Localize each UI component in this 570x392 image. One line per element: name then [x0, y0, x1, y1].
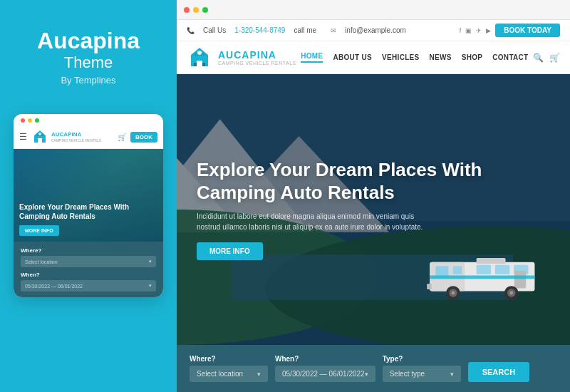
- social-icons: f ▣ ✈ ▶ BOOK TODAY: [460, 24, 560, 37]
- type-label: Type?: [383, 355, 461, 363]
- mobile-top-bar: [14, 114, 163, 125]
- nav-link-contact[interactable]: CONTACT: [492, 53, 528, 61]
- search-button[interactable]: SEARCH: [468, 362, 529, 382]
- info-call-me: call me: [294, 26, 316, 34]
- mobile-mockup: ☰ AUCAPINA CAMPING VEHICLE RENTALS 🛒 BOO…: [14, 114, 163, 297]
- mobile-when-select[interactable]: 05/30/2022 — 06/01/2022 ▾: [21, 280, 156, 292]
- nav-link-news[interactable]: NEWS: [430, 53, 452, 61]
- svg-rect-25: [514, 271, 526, 289]
- left-panel: Aucapina Theme By Templines ☰ AUCAPINA C…: [0, 0, 177, 392]
- search-icon[interactable]: 🔍: [533, 53, 544, 63]
- info-email: info@example.com: [345, 26, 406, 34]
- info-call-us: Call Us: [203, 26, 226, 34]
- desktop-logo-icon: [187, 45, 212, 71]
- mobile-nav-icons: 🛒 BOOK: [118, 132, 157, 143]
- mobile-logo-tagline: CAMPING VEHICLE RENTALS: [51, 138, 101, 143]
- desktop-logo-tagline: CAMPING VEHICLE RENTALS: [218, 61, 296, 66]
- hamburger-icon: ☰: [19, 132, 27, 142]
- nav-link-home[interactable]: HOME: [301, 52, 323, 63]
- desktop-nav: AUCAPINA CAMPING VEHICLE RENTALS HOME AB…: [177, 41, 570, 74]
- when-label: When?: [275, 355, 375, 363]
- where-placeholder: Select location: [197, 370, 243, 378]
- brand-title: Aucapina: [37, 29, 140, 53]
- mobile-where-select[interactable]: Select location ▾: [21, 256, 156, 267]
- when-arrow-icon: ▾: [365, 371, 368, 378]
- browser-green-dot: [202, 7, 208, 13]
- hero-title-text: Explore Your Dream Places With Camping A…: [197, 159, 482, 202]
- mobile-more-info-button[interactable]: MORE INFO: [19, 225, 59, 236]
- svg-rect-24: [477, 258, 506, 264]
- svg-rect-21: [477, 265, 491, 274]
- svg-rect-22: [495, 265, 509, 274]
- nav-right-icons: 🔍 🛒: [533, 53, 560, 63]
- svg-rect-7: [202, 63, 205, 66]
- logo-icon: [31, 128, 48, 145]
- type-arrow-icon: ▾: [450, 371, 454, 378]
- nav-link-shop[interactable]: SHOP: [462, 53, 483, 61]
- svg-rect-19: [435, 266, 448, 277]
- mobile-nav: ☰ AUCAPINA CAMPING VEHICLE RENTALS 🛒 BOO…: [14, 125, 163, 149]
- cart-icon[interactable]: 🛒: [549, 53, 560, 63]
- brand-by: By Templines: [61, 75, 115, 86]
- desktop-hero-desc: Incididunt ut labore eut dolore magna al…: [197, 211, 425, 232]
- svg-rect-26: [430, 275, 534, 279]
- nav-link-vehicles[interactable]: VEHICLES: [382, 53, 419, 61]
- mobile-book-button[interactable]: BOOK: [130, 132, 157, 143]
- cart-icon: 🛒: [118, 133, 126, 141]
- where-field: Where? Select location ▾: [190, 355, 268, 382]
- type-placeholder: Select type: [390, 370, 425, 378]
- youtube-icon[interactable]: ▶: [486, 27, 491, 34]
- logo-text-wrap: AUCAPINA CAMPING VEHICLE RENTALS: [218, 49, 296, 66]
- desktop-logo-name: AUCAPINA: [218, 49, 296, 61]
- svg-rect-20: [453, 266, 462, 274]
- type-input[interactable]: Select type ▾: [383, 366, 461, 382]
- svg-point-29: [451, 292, 455, 295]
- rv-vehicle: [417, 242, 559, 306]
- instagram-icon[interactable]: ▣: [465, 27, 472, 34]
- desktop-search-bar: Where? Select location ▾ When? 05/30/202…: [177, 345, 570, 392]
- mobile-form: Where? Select location ▾ When? 05/30/202…: [14, 242, 163, 297]
- when-placeholder: 05/30/2022 — 06/01/2022: [282, 370, 365, 378]
- when-field: When? 05/30/2022 — 06/01/2022 ▾: [275, 355, 375, 382]
- mobile-where-label: Where?: [21, 247, 156, 254]
- svg-point-5: [197, 51, 202, 55]
- mobile-where-placeholder: Select location: [25, 259, 58, 264]
- desktop-info-bar: 📞 Call Us 1-320-544-8749 call me ✉ info@…: [177, 20, 570, 41]
- desktop-mockup: 📞 Call Us 1-320-544-8749 call me ✉ info@…: [177, 0, 570, 392]
- desktop-hero-title: Explore Your Dream Places With Camping A…: [197, 159, 550, 203]
- email-icon: ✉: [331, 27, 336, 34]
- mobile-logo-name: AUCAPINA: [51, 132, 101, 138]
- telegram-icon[interactable]: ✈: [476, 27, 482, 34]
- browser-top-bar: [177, 0, 570, 20]
- where-arrow-icon: ▾: [257, 371, 261, 378]
- mobile-when-label: When?: [21, 272, 156, 278]
- svg-point-2: [38, 133, 41, 135]
- mobile-logo: AUCAPINA CAMPING VEHICLE RENTALS: [31, 128, 113, 145]
- mobile-hero-title: Explore Your Dream Places With Camping A…: [19, 202, 157, 221]
- svg-rect-33: [427, 284, 432, 289]
- svg-rect-6: [194, 63, 197, 66]
- brand-sub: Theme: [64, 53, 113, 72]
- mobile-hero: Explore Your Dream Places With Camping A…: [14, 149, 163, 242]
- chevron-down-icon: ▾: [149, 259, 152, 264]
- green-dot-icon: [35, 118, 39, 123]
- book-today-button[interactable]: BOOK TODAY: [495, 24, 560, 37]
- yellow-dot-icon: [28, 118, 32, 123]
- info-bar-left: 📞 Call Us 1-320-544-8749 call me ✉ info@…: [187, 26, 406, 34]
- mobile-when-placeholder: 05/30/2022 — 06/01/2022: [25, 284, 83, 289]
- type-field: Type? Select type ▾: [383, 355, 461, 382]
- chevron-down-icon-2: ▾: [149, 283, 152, 289]
- where-input[interactable]: Select location ▾: [190, 366, 268, 382]
- desktop-logo: AUCAPINA CAMPING VEHICLE RENTALS: [187, 45, 296, 71]
- phone-icon: 📞: [187, 27, 195, 34]
- red-dot-icon: [21, 118, 25, 123]
- right-panel: 📞 Call Us 1-320-544-8749 call me ✉ info@…: [177, 0, 570, 392]
- svg-point-32: [509, 292, 513, 295]
- when-input[interactable]: 05/30/2022 — 06/01/2022 ▾: [275, 366, 375, 382]
- info-phone[interactable]: 1-320-544-8749: [234, 26, 285, 34]
- desktop-hero: Explore Your Dream Places With Camping A…: [177, 74, 570, 345]
- browser-red-dot: [184, 7, 190, 13]
- desktop-more-info-button[interactable]: MORE INFO: [197, 242, 263, 260]
- facebook-icon[interactable]: f: [460, 27, 462, 34]
- nav-link-about[interactable]: ABOUT US: [333, 53, 372, 61]
